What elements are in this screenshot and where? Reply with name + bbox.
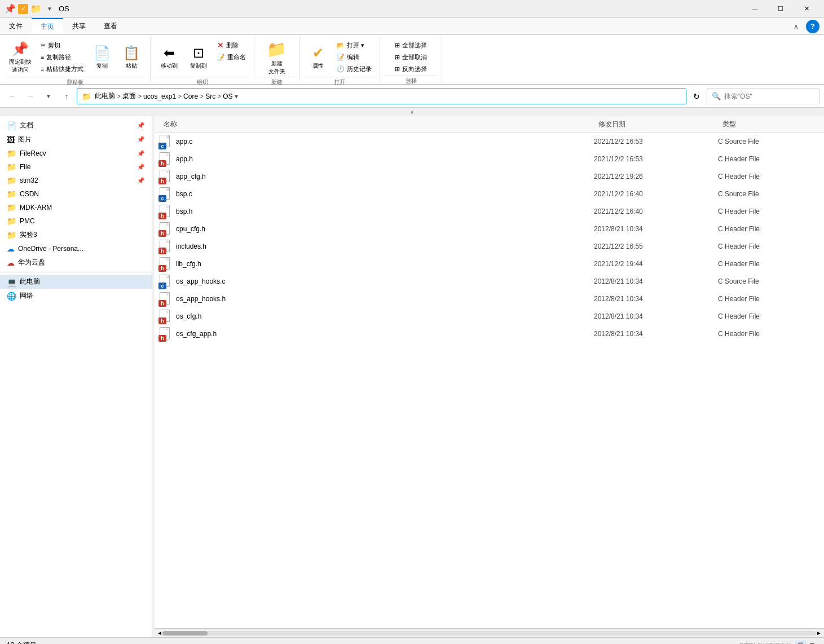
- pictures-label: 图片: [18, 135, 134, 144]
- select-label: 选择: [385, 76, 437, 85]
- sidebar-item-csdn[interactable]: 📁 CSDN: [0, 187, 152, 201]
- watermark: CSDN @江南烟雨雨: [739, 642, 791, 645]
- file-row[interactable]: c os_app_hooks.c2012/8/21 10:34C Source …: [155, 273, 824, 290]
- file-row[interactable]: h app_cfg.h2021/12/2 19:26C Header File: [155, 168, 824, 186]
- file-name-9: os_app_hooks.h: [176, 294, 594, 304]
- sidebar-item-documents[interactable]: 📄 文档 📌: [0, 118, 152, 133]
- file-date-5: 2012/8/21 10:34: [594, 225, 718, 233]
- file-row[interactable]: h os_cfg_app.h2012/8/21 10:34C Header Fi…: [155, 325, 824, 343]
- title-bar-left: 📌 ✓ 📁 ▼ OS: [5, 3, 69, 15]
- pin-to-quickaccess-button[interactable]: 📌 固定到快速访问: [5, 39, 36, 76]
- file-row[interactable]: h os_cfg.h2012/8/21 10:34C Header File: [155, 308, 824, 325]
- edit-icon: 📝: [337, 54, 345, 61]
- history-button[interactable]: 🕐 历史记录: [333, 63, 375, 74]
- cut-button[interactable]: ✂ 剪切: [37, 39, 87, 51]
- sidebar-item-pictures[interactable]: 🖼 图片 📌: [0, 133, 152, 147]
- col-name[interactable]: 名称: [159, 118, 594, 130]
- close-button[interactable]: ✕: [794, 0, 819, 18]
- scrollbar-track: [162, 631, 816, 636]
- delete-rename-col: ✕ 删除 📝 重命名: [214, 39, 249, 63]
- address-bar: ← → ▼ ↑ 📁 此电脑 > 桌面 > ucos_exp1 > Core > …: [0, 85, 824, 108]
- copyto-button[interactable]: ⊡ 复制到: [184, 39, 213, 76]
- copypath-button[interactable]: ≡ 复制路径: [37, 51, 87, 63]
- col-date[interactable]: 修改日期: [594, 118, 718, 130]
- sidebar-item-onedrive[interactable]: ☁ OneDrive - Persona...: [0, 242, 152, 255]
- sidebar-item-thispc[interactable]: 💻 此电脑: [0, 275, 152, 289]
- file-row[interactable]: h os_app_hooks.h2012/8/21 10:34C Header …: [155, 290, 824, 308]
- selectall-icon: ⊞: [395, 42, 400, 49]
- open-buttons: ✔ 属性 📂 打开 ▾ 📝 编辑 🕐 历史记录: [304, 39, 375, 76]
- grid-view-button[interactable]: ⊞: [807, 641, 817, 645]
- tab-share[interactable]: 共享: [63, 18, 95, 34]
- sidebar-item-filerecv[interactable]: 📁 FileRecv 📌: [0, 147, 152, 160]
- search-input[interactable]: [724, 92, 814, 100]
- file-row[interactable]: h cpu_cfg.h2012/8/21 10:34C Header File: [155, 220, 824, 238]
- file-date-3: 2021/12/2 16:40: [594, 190, 718, 198]
- paste-button[interactable]: 📋 粘贴: [117, 39, 146, 76]
- rename-button[interactable]: 📝 重命名: [214, 51, 249, 63]
- tab-file[interactable]: 文件: [0, 18, 32, 34]
- path-segment-src: Src: [205, 92, 215, 100]
- file-icon-9: h: [159, 292, 173, 306]
- file-row[interactable]: h app.h2021/12/2 16:53C Header File: [155, 151, 824, 168]
- recent-button[interactable]: ▼: [41, 89, 56, 104]
- tab-view[interactable]: 查看: [95, 18, 126, 34]
- sidebar-item-network[interactable]: 🌐 网络: [0, 289, 152, 303]
- maximize-button[interactable]: ☐: [768, 0, 794, 18]
- pasteshortcut-button[interactable]: ≡ 粘贴快捷方式: [37, 63, 87, 74]
- up-button[interactable]: ↑: [59, 89, 74, 104]
- file-name-7: lib_cfg.h: [176, 259, 594, 269]
- selectall-button[interactable]: ⊞ 全部选择: [391, 39, 430, 51]
- scroll-right-button[interactable]: ►: [816, 630, 822, 636]
- horizontal-scrollbar[interactable]: ◄ ►: [155, 628, 824, 637]
- newfolder-button[interactable]: 📁 新建文件夹: [262, 39, 291, 76]
- properties-button[interactable]: ✔ 属性: [304, 39, 332, 76]
- ribbon: 文件 主页 共享 查看 ∧ ? 📌 固定到快速访问 ✂ 剪切: [0, 18, 824, 85]
- file-row[interactable]: c bsp.c2021/12/2 16:40C Source File: [155, 186, 824, 203]
- forward-button[interactable]: →: [23, 89, 38, 104]
- path-sep-1: >: [117, 92, 121, 100]
- selectnone-button[interactable]: ⊞ 全部取消: [391, 51, 430, 63]
- path-dropdown[interactable]: ▾: [235, 92, 238, 100]
- delete-button[interactable]: ✕ 删除: [214, 39, 249, 51]
- copy-button[interactable]: 📄 复制: [88, 39, 116, 76]
- sidebar-item-stm32[interactable]: 📁 stm32 📌: [0, 174, 152, 187]
- scrollbar-thumb[interactable]: [162, 631, 208, 636]
- open-button[interactable]: 📂 打开 ▾: [333, 39, 375, 51]
- file-row[interactable]: h lib_cfg.h2021/12/2 19:44C Header File: [155, 255, 824, 273]
- file-row[interactable]: c app.c2021/12/2 16:53C Source File: [155, 133, 824, 151]
- documents-label: 文档: [20, 121, 134, 130]
- file-type-11: C Header File: [718, 330, 819, 338]
- help-button[interactable]: ?: [806, 20, 819, 33]
- dropdown-icon[interactable]: ▼: [44, 3, 55, 15]
- file-date-4: 2021/12/2 16:40: [594, 208, 718, 215]
- pin-icon: 📌: [5, 3, 16, 15]
- sidebar-item-lab3[interactable]: 📁 实验3: [0, 228, 152, 242]
- file-row[interactable]: h bsp.h2021/12/2 16:40C Header File: [155, 203, 824, 220]
- sidebar-item-huaweicloud[interactable]: ☁ 华为云盘: [0, 255, 152, 270]
- file-icon-8: c: [159, 275, 173, 288]
- file-row[interactable]: h includes.h2021/12/2 16:55C Header File: [155, 238, 824, 255]
- invertselect-button[interactable]: ⊞ 反向选择: [391, 63, 430, 74]
- collapse-arrow[interactable]: ∧: [0, 108, 824, 116]
- sidebar-item-pmc[interactable]: 📁 PMC: [0, 214, 152, 228]
- address-path[interactable]: 📁 此电脑 > 桌面 > ucos_exp1 > Core > Src > OS…: [77, 89, 686, 104]
- col-type[interactable]: 类型: [718, 118, 819, 130]
- minimize-button[interactable]: —: [742, 0, 768, 18]
- history-icon: 🕐: [337, 65, 345, 73]
- scroll-left-button[interactable]: ◄: [157, 630, 162, 636]
- sidebar-item-file[interactable]: 📁 File 📌: [0, 160, 152, 174]
- edit-button[interactable]: 📝 编辑: [333, 51, 375, 63]
- file-type-2: C Header File: [718, 173, 819, 180]
- open-label: 打开: [304, 77, 375, 86]
- refresh-button[interactable]: ↻: [689, 89, 704, 104]
- list-view-button[interactable]: ☰: [795, 641, 806, 645]
- back-button[interactable]: ←: [5, 89, 20, 104]
- path-segment-core: Core: [183, 92, 198, 100]
- sidebar-item-mdk-arm[interactable]: 📁 MDK-ARM: [0, 201, 152, 214]
- moveto-button[interactable]: ⬅ 移动到: [155, 39, 183, 76]
- ribbon-collapse-button[interactable]: ∧: [788, 19, 804, 34]
- mdk-arm-icon: 📁: [7, 203, 16, 212]
- pictures-icon: 🖼: [7, 135, 15, 144]
- tab-home[interactable]: 主页: [32, 18, 63, 34]
